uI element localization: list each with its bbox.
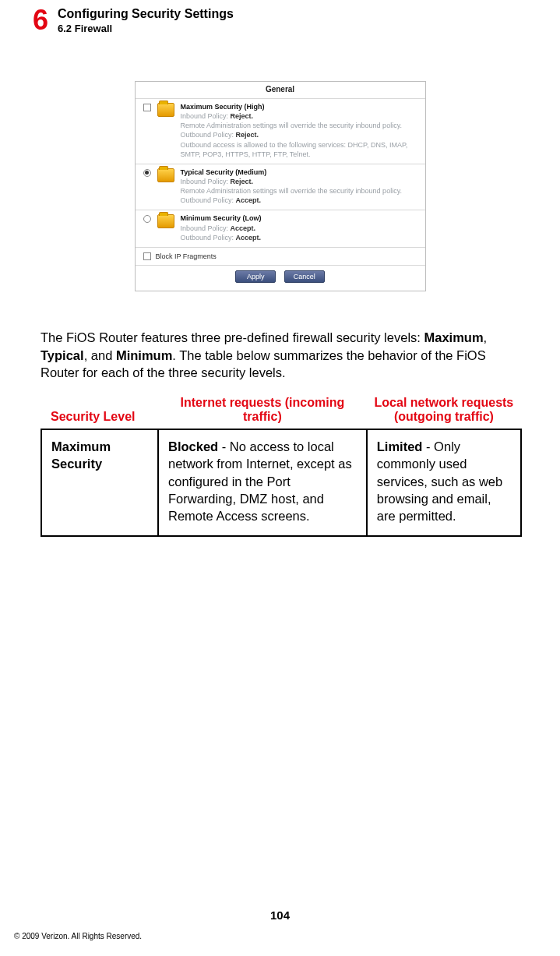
checkbox-block-ip[interactable]	[143, 252, 151, 260]
cancel-button[interactable]: Cancel	[284, 270, 325, 283]
header-incoming: Internet requests (incoming traffic)	[158, 396, 367, 429]
folder-icon	[157, 103, 174, 117]
value-inbound: Accept.	[231, 224, 256, 232]
chapter-title: Configuring Security Settings	[58, 7, 234, 21]
security-levels-table: Security Level Internet requests (incomi…	[41, 396, 522, 537]
security-option-minimum[interactable]: Minimum Security (Low) Inbound Policy: A…	[136, 210, 425, 246]
folder-icon	[157, 168, 174, 182]
chapter-number: 6	[33, 6, 48, 34]
note-outbound-services: Outbound access is allowed to the follow…	[181, 140, 417, 159]
value-inbound: Reject.	[231, 112, 254, 120]
label-inbound: Inbound Policy:	[181, 112, 231, 120]
security-option-maximum[interactable]: Maximum Security (High) Inbound Policy: …	[136, 98, 425, 164]
bold-blocked: Blocked	[168, 439, 218, 453]
firewall-settings-panel: General Maximum Security (High) Inbound …	[135, 81, 426, 291]
option-title: Typical Security (Medium)	[181, 168, 417, 177]
page-header: 6 Configuring Security Settings 6.2 Fire…	[0, 0, 560, 34]
label-outbound: Outbound Policy:	[181, 196, 236, 204]
block-ip-fragments-row[interactable]: Block IP Fragments	[136, 247, 425, 265]
label-block-ip: Block IP Fragments	[156, 252, 217, 260]
value-outbound: Accept.	[236, 234, 262, 242]
label-inbound: Inbound Policy:	[181, 224, 231, 232]
note-remote-admin: Remote Administration settings will over…	[181, 121, 417, 130]
bold-typical: Typical	[41, 348, 84, 362]
option-body: Minimum Security (Low) Inbound Policy: A…	[181, 213, 417, 242]
value-outbound: Accept.	[236, 196, 262, 204]
security-option-typical[interactable]: Typical Security (Medium) Inbound Policy…	[136, 164, 425, 210]
folder-icon	[157, 214, 174, 228]
option-title: Maximum Security (High)	[181, 102, 417, 111]
cell-incoming: Blocked - No access to local network fro…	[158, 429, 367, 536]
label-outbound: Outbound Policy:	[181, 131, 236, 139]
body-paragraph: The FiOS Router features three pre-defin…	[0, 291, 560, 382]
header-security-level: Security Level	[41, 396, 158, 429]
header-outgoing: Local network requests (outgoing traffic…	[367, 396, 521, 429]
apply-button[interactable]: Apply	[235, 270, 276, 283]
radio-maximum[interactable]	[143, 104, 151, 111]
radio-typical[interactable]	[143, 169, 151, 177]
bold-minimum: Minimum	[116, 348, 172, 362]
button-row: Apply Cancel	[136, 265, 425, 291]
section-number: 6.2 Firewall	[58, 23, 234, 34]
cell-outgoing: Limited - Only commonly used services, s…	[367, 429, 521, 536]
page-number: 104	[0, 908, 560, 922]
text: The FiOS Router features three pre-defin…	[41, 330, 424, 344]
table-header-row: Security Level Internet requests (incomi…	[41, 396, 521, 429]
text-dmz: DMZ	[240, 492, 268, 506]
table-row: Maximum Security Blocked - No access to …	[41, 429, 521, 536]
label-outbound: Outbound Policy:	[181, 234, 236, 242]
label-inbound: Inbound Policy:	[181, 178, 231, 185]
bold-limited: Limited	[377, 439, 423, 453]
copyright: © 2009 Verizon. All Rights Reserved.	[14, 932, 142, 940]
value-outbound: Reject.	[236, 131, 259, 139]
option-body: Maximum Security (High) Inbound Policy: …	[181, 102, 417, 159]
value-inbound: Reject.	[231, 178, 254, 185]
note-remote-admin: Remote Administration settings will over…	[181, 186, 417, 196]
header-text: Configuring Security Settings 6.2 Firewa…	[58, 6, 234, 34]
option-title: Minimum Security (Low)	[181, 213, 417, 223]
panel-tab-general: General	[136, 82, 425, 98]
text: , and	[84, 348, 116, 362]
option-body: Typical Security (Medium) Inbound Policy…	[181, 168, 417, 206]
cell-level: Maximum Security	[41, 429, 158, 536]
bold-maximum: Maximum	[424, 330, 483, 344]
radio-minimum[interactable]	[143, 215, 151, 223]
text: ,	[484, 330, 488, 344]
